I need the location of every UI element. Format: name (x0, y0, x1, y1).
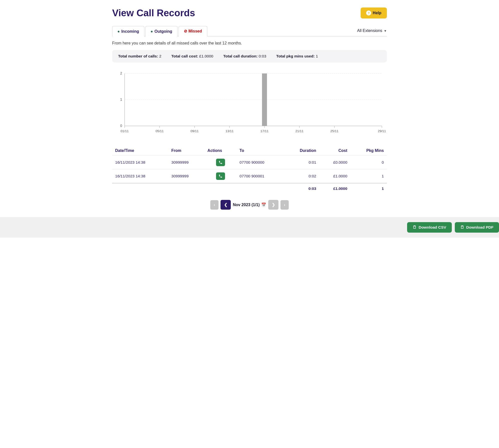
svg-rect-23 (262, 73, 267, 126)
svg-text:0: 0 (120, 124, 122, 128)
svg-text:2: 2 (120, 71, 122, 75)
call-action-button[interactable] (216, 159, 225, 166)
phone-icon (219, 174, 223, 178)
csv-icon: 🗒 (413, 225, 417, 230)
cell-cost: £0.0000 (319, 156, 350, 169)
cell-datetime: 16/11/2023 14:38 (112, 156, 168, 169)
col-header-pkgmins: Pkg Mins (350, 146, 387, 156)
help-button[interactable]: ? Help (361, 7, 387, 18)
svg-text:29/11: 29/11 (378, 129, 386, 133)
last-page-button[interactable]: › (280, 200, 289, 210)
tabs-container: ● Incoming ● Outgoing ⊘ Missed (112, 25, 208, 36)
page-title: View Call Records (112, 7, 195, 18)
cell-actions (205, 156, 237, 169)
svg-text:01/11: 01/11 (121, 129, 129, 133)
col-header-actions: Actions (205, 146, 237, 156)
table-row: 16/11/2023 14:38 30999999 07700 900000 0… (112, 156, 387, 169)
chart-svg: 0 1 2 01/11 05/11 09/11 13/11 17/11 21/1… (112, 68, 387, 138)
col-header-datetime: Date/Time (112, 146, 168, 156)
totals-cost: £1.0000 (319, 183, 350, 194)
cell-from: 30999999 (168, 169, 205, 183)
totals-duration: 0:03 (284, 183, 319, 194)
prev-page-button[interactable]: ❮ (221, 200, 231, 210)
col-header-duration: Duration (284, 146, 319, 156)
chart-area: 0 1 2 01/11 05/11 09/11 13/11 17/11 21/1… (112, 68, 387, 138)
phone-icon (219, 160, 223, 164)
missed-tab-icon: ⊘ (184, 29, 187, 33)
totals-row: 0:03 £1.0000 1 (112, 183, 387, 194)
table-row: 16/11/2023 14:38 30999999 07700 900001 0… (112, 169, 387, 183)
page-info: Nov 2023 (1/1) 📅 (233, 202, 266, 207)
footer-bar: 🗒 Download CSV 🗒 Download PDF (0, 217, 499, 238)
col-header-to: To (237, 146, 284, 156)
stat-total-duration: Total call duration: 0:03 (223, 54, 266, 58)
table-section: Date/Time From Actions To Duration Cost … (112, 146, 387, 194)
cell-to: 07700 900001 (237, 169, 284, 183)
pagination-row: ‹ ❮ Nov 2023 (1/1) 📅 ❯ › (112, 200, 387, 210)
svg-text:17/11: 17/11 (260, 129, 269, 133)
svg-text:05/11: 05/11 (156, 129, 164, 133)
cell-cost: £1.0000 (319, 169, 350, 183)
cell-datetime: 16/11/2023 14:38 (112, 169, 168, 183)
description-text: From here you can see details of all mis… (112, 41, 387, 45)
svg-text:25/11: 25/11 (330, 129, 339, 133)
cell-pkgmins: 1 (350, 169, 387, 183)
tab-outgoing[interactable]: ● Outgoing (145, 26, 178, 36)
stats-box: Total number of calls: 2 Total call cost… (112, 50, 387, 62)
svg-text:09/11: 09/11 (191, 129, 199, 133)
cell-duration: 0:02 (284, 169, 319, 183)
totals-pkgmins: 1 (350, 183, 387, 194)
svg-text:21/11: 21/11 (295, 129, 304, 133)
cell-to: 07700 900000 (237, 156, 284, 169)
tabs-row: ● Incoming ● Outgoing ⊘ Missed All Exten… (112, 25, 387, 36)
stat-total-calls: Total number of calls: 2 (118, 54, 161, 58)
call-action-button[interactable] (216, 172, 225, 180)
pdf-icon: 🗒 (460, 225, 464, 230)
next-page-button[interactable]: ❯ (268, 200, 278, 210)
cell-duration: 0:01 (284, 156, 319, 169)
first-page-button[interactable]: ‹ (210, 200, 219, 210)
calendar-icon[interactable]: 📅 (261, 202, 266, 207)
extensions-dropdown[interactable]: All Extensions ▼ (357, 28, 387, 33)
help-icon: ? (366, 10, 371, 15)
cell-from: 30999999 (168, 156, 205, 169)
header-row: View Call Records ? Help (112, 7, 387, 18)
outgoing-tab-icon: ● (151, 29, 153, 34)
download-pdf-button[interactable]: 🗒 Download PDF (455, 222, 499, 233)
tab-incoming[interactable]: ● Incoming (112, 26, 144, 36)
svg-text:13/11: 13/11 (226, 129, 234, 133)
svg-text:1: 1 (120, 97, 122, 101)
stat-pkg-mins: Total pkg mins used: 1 (276, 54, 318, 58)
data-table: Date/Time From Actions To Duration Cost … (112, 146, 387, 194)
tab-missed[interactable]: ⊘ Missed (179, 26, 207, 36)
incoming-tab-icon: ● (117, 29, 120, 34)
cell-actions (205, 169, 237, 183)
cell-pkgmins: 0 (350, 156, 387, 169)
download-csv-button[interactable]: 🗒 Download CSV (407, 222, 452, 233)
chevron-down-icon: ▼ (384, 29, 387, 33)
col-header-from: From (168, 146, 205, 156)
stat-total-cost: Total call cost: £1.0000 (171, 54, 213, 58)
col-header-cost: Cost (319, 146, 350, 156)
